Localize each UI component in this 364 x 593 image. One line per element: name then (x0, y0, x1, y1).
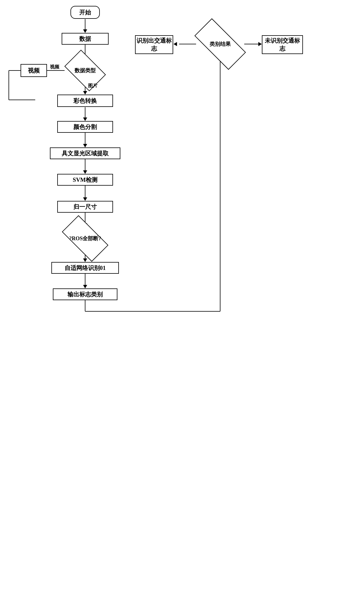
svg-marker-21 (83, 285, 87, 288)
normalize-node: 归一尺寸 (57, 201, 113, 213)
data-node: 数据 (62, 33, 109, 45)
known-sign-node: 识别出交通标志 (135, 35, 173, 54)
svg-marker-29 (258, 42, 262, 46)
image-label: 图片 (88, 83, 97, 89)
classify-result-diamond: 类别结果 (196, 32, 244, 56)
flowchart-container: 开始 数据 数据类型 视频 图片 视频 彩色转换 颜色分割 具文显光区域提取 S… (0, 0, 364, 593)
svg-marker-1 (83, 29, 87, 33)
color-segment-node: 颜色分割 (57, 121, 113, 133)
video-node: 视频 (21, 64, 47, 77)
video-label: 视频 (50, 64, 59, 70)
neural-net-node: 自适网络识别01 (51, 262, 119, 274)
unknown-sign-node: 未识别交通标志 (262, 35, 303, 54)
start-node: 开始 (70, 6, 100, 19)
svg-marker-13 (83, 170, 87, 174)
data-type-diamond: 数据类型 (68, 59, 103, 82)
svg-marker-27 (173, 42, 177, 46)
svg-marker-19 (83, 258, 87, 262)
svg-marker-11 (83, 144, 87, 147)
ros-check-diamond: ?ROS全部断? (64, 227, 106, 250)
svg-marker-7 (83, 91, 87, 95)
svm-detect-node: SVM检测 (57, 174, 113, 186)
color-transform-node: 彩色转换 (57, 95, 113, 107)
svg-marker-9 (83, 117, 87, 121)
feature-extract-node: 具文显光区域提取 (50, 147, 120, 159)
svg-marker-15 (83, 197, 87, 201)
output-node: 输出标志类别 (53, 288, 117, 300)
